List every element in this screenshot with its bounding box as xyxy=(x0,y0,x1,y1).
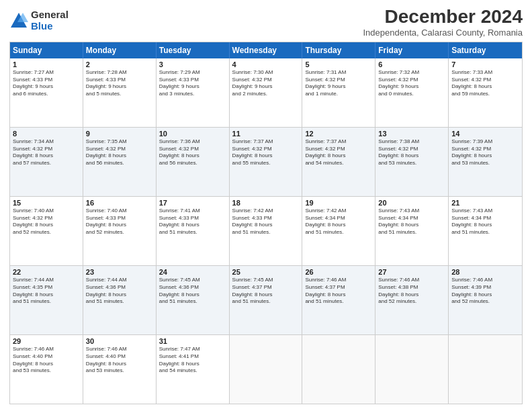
cell-text: Sunrise: 7:35 AM Sunset: 4:32 PM Dayligh… xyxy=(86,138,153,167)
cal-cell-empty xyxy=(449,335,522,404)
cal-cell: 19Sunrise: 7:42 AM Sunset: 4:34 PM Dayli… xyxy=(302,197,375,265)
day-number: 30 xyxy=(86,337,153,345)
cal-cell: 13Sunrise: 7:38 AM Sunset: 4:32 PM Dayli… xyxy=(375,128,449,196)
day-number: 5 xyxy=(305,60,372,68)
day-number: 19 xyxy=(305,199,372,207)
cell-text: Sunrise: 7:28 AM Sunset: 4:33 PM Dayligh… xyxy=(86,69,153,98)
cell-text: Sunrise: 7:46 AM Sunset: 4:37 PM Dayligh… xyxy=(305,277,372,306)
day-number: 3 xyxy=(159,60,226,68)
cell-text: Sunrise: 7:40 AM Sunset: 4:32 PM Dayligh… xyxy=(13,208,80,236)
cell-text: Sunrise: 7:30 AM Sunset: 4:32 PM Dayligh… xyxy=(232,69,300,98)
day-number: 4 xyxy=(232,60,300,68)
day-number: 6 xyxy=(378,60,445,68)
cell-text: Sunrise: 7:40 AM Sunset: 4:33 PM Dayligh… xyxy=(86,208,153,236)
cell-text: Sunrise: 7:43 AM Sunset: 4:34 PM Dayligh… xyxy=(378,208,445,236)
cal-header-cell: Wednesday xyxy=(230,42,303,58)
day-number: 17 xyxy=(159,199,226,207)
cell-text: Sunrise: 7:42 AM Sunset: 4:34 PM Dayligh… xyxy=(305,208,372,236)
cell-text: Sunrise: 7:38 AM Sunset: 4:32 PM Dayligh… xyxy=(378,138,445,167)
cal-cell: 4Sunrise: 7:30 AM Sunset: 4:32 PM Daylig… xyxy=(230,58,303,127)
cal-cell-empty xyxy=(302,335,375,404)
logo: General Blue xyxy=(9,9,69,32)
day-number: 13 xyxy=(378,130,445,138)
title-block: December 2024 Independenta, Calarasi Cou… xyxy=(363,7,523,38)
subtitle: Independenta, Calarasi County, Romania xyxy=(363,28,523,38)
cal-header-cell: Monday xyxy=(83,42,157,58)
cal-cell: 21Sunrise: 7:43 AM Sunset: 4:34 PM Dayli… xyxy=(449,197,522,265)
day-number: 26 xyxy=(305,268,372,276)
cal-cell: 22Sunrise: 7:44 AM Sunset: 4:35 PM Dayli… xyxy=(10,266,83,334)
cell-text: Sunrise: 7:46 AM Sunset: 4:39 PM Dayligh… xyxy=(451,277,519,306)
cell-text: Sunrise: 7:33 AM Sunset: 4:32 PM Dayligh… xyxy=(451,69,519,98)
cal-cell: 12Sunrise: 7:37 AM Sunset: 4:32 PM Dayli… xyxy=(302,128,375,196)
cal-cell: 24Sunrise: 7:45 AM Sunset: 4:36 PM Dayli… xyxy=(157,266,230,334)
day-number: 28 xyxy=(451,268,519,276)
day-number: 12 xyxy=(305,130,372,138)
calendar-row: 1Sunrise: 7:27 AM Sunset: 4:33 PM Daylig… xyxy=(10,58,522,127)
cell-text: Sunrise: 7:42 AM Sunset: 4:33 PM Dayligh… xyxy=(232,208,300,236)
cal-cell: 29Sunrise: 7:46 AM Sunset: 4:40 PM Dayli… xyxy=(10,335,83,404)
logo-blue: Blue xyxy=(31,21,69,32)
day-number: 10 xyxy=(159,130,226,138)
cell-text: Sunrise: 7:32 AM Sunset: 4:32 PM Dayligh… xyxy=(378,69,445,98)
day-number: 23 xyxy=(86,268,153,276)
cell-text: Sunrise: 7:36 AM Sunset: 4:32 PM Dayligh… xyxy=(159,138,226,167)
cal-header-cell: Saturday xyxy=(449,42,522,58)
cal-cell: 30Sunrise: 7:46 AM Sunset: 4:40 PM Dayli… xyxy=(83,335,157,404)
cell-text: Sunrise: 7:39 AM Sunset: 4:32 PM Dayligh… xyxy=(451,138,519,167)
cell-text: Sunrise: 7:27 AM Sunset: 4:33 PM Dayligh… xyxy=(13,69,80,98)
cell-text: Sunrise: 7:44 AM Sunset: 4:35 PM Dayligh… xyxy=(13,277,80,306)
header: General Blue December 2024 Independenta,… xyxy=(9,7,523,38)
calendar-row: 22Sunrise: 7:44 AM Sunset: 4:35 PM Dayli… xyxy=(10,265,522,334)
cal-cell-empty xyxy=(375,335,449,404)
cell-text: Sunrise: 7:46 AM Sunset: 4:40 PM Dayligh… xyxy=(86,346,153,375)
day-number: 8 xyxy=(13,130,80,138)
day-number: 29 xyxy=(13,337,80,345)
day-number: 7 xyxy=(451,60,519,68)
cal-cell: 10Sunrise: 7:36 AM Sunset: 4:32 PM Dayli… xyxy=(157,128,230,196)
day-number: 22 xyxy=(13,268,80,276)
page: General Blue December 2024 Independenta,… xyxy=(0,0,532,411)
cal-header-cell: Tuesday xyxy=(157,42,230,58)
cell-text: Sunrise: 7:45 AM Sunset: 4:37 PM Dayligh… xyxy=(232,277,300,306)
cal-cell-empty xyxy=(230,335,303,404)
day-number: 21 xyxy=(451,199,519,207)
day-number: 24 xyxy=(159,268,226,276)
cal-cell: 6Sunrise: 7:32 AM Sunset: 4:32 PM Daylig… xyxy=(375,58,449,127)
day-number: 16 xyxy=(86,199,153,207)
cal-cell: 28Sunrise: 7:46 AM Sunset: 4:39 PM Dayli… xyxy=(449,266,522,334)
cal-cell: 11Sunrise: 7:37 AM Sunset: 4:32 PM Dayli… xyxy=(230,128,303,196)
cell-text: Sunrise: 7:37 AM Sunset: 4:32 PM Dayligh… xyxy=(232,138,300,167)
calendar-row: 8Sunrise: 7:34 AM Sunset: 4:32 PM Daylig… xyxy=(10,127,522,196)
cal-cell: 23Sunrise: 7:44 AM Sunset: 4:36 PM Dayli… xyxy=(83,266,157,334)
cal-cell: 15Sunrise: 7:40 AM Sunset: 4:32 PM Dayli… xyxy=(10,197,83,265)
day-number: 25 xyxy=(232,268,300,276)
cal-cell: 25Sunrise: 7:45 AM Sunset: 4:37 PM Dayli… xyxy=(230,266,303,334)
calendar: SundayMondayTuesdayWednesdayThursdayFrid… xyxy=(9,42,523,404)
logo-icon xyxy=(9,11,28,30)
cal-cell: 17Sunrise: 7:41 AM Sunset: 4:33 PM Dayli… xyxy=(157,197,230,265)
calendar-row: 15Sunrise: 7:40 AM Sunset: 4:32 PM Dayli… xyxy=(10,196,522,265)
cell-text: Sunrise: 7:47 AM Sunset: 4:41 PM Dayligh… xyxy=(159,346,226,375)
day-number: 2 xyxy=(86,60,153,68)
cal-cell: 16Sunrise: 7:40 AM Sunset: 4:33 PM Dayli… xyxy=(83,197,157,265)
cal-cell: 1Sunrise: 7:27 AM Sunset: 4:33 PM Daylig… xyxy=(10,58,83,127)
logo-general: General xyxy=(31,9,69,21)
cell-text: Sunrise: 7:37 AM Sunset: 4:32 PM Dayligh… xyxy=(305,138,372,167)
day-number: 31 xyxy=(159,337,226,345)
day-number: 9 xyxy=(86,130,153,138)
cal-cell: 9Sunrise: 7:35 AM Sunset: 4:32 PM Daylig… xyxy=(83,128,157,196)
day-number: 27 xyxy=(378,268,445,276)
logo-text: General Blue xyxy=(31,9,69,32)
cal-header-cell: Friday xyxy=(375,42,449,58)
day-number: 14 xyxy=(451,130,519,138)
cal-cell: 14Sunrise: 7:39 AM Sunset: 4:32 PM Dayli… xyxy=(449,128,522,196)
cal-header-cell: Sunday xyxy=(10,42,83,58)
cal-cell: 20Sunrise: 7:43 AM Sunset: 4:34 PM Dayli… xyxy=(375,197,449,265)
cal-cell: 2Sunrise: 7:28 AM Sunset: 4:33 PM Daylig… xyxy=(83,58,157,127)
cal-cell: 27Sunrise: 7:46 AM Sunset: 4:38 PM Dayli… xyxy=(375,266,449,334)
cell-text: Sunrise: 7:46 AM Sunset: 4:38 PM Dayligh… xyxy=(378,277,445,306)
day-number: 15 xyxy=(13,199,80,207)
cal-cell: 31Sunrise: 7:47 AM Sunset: 4:41 PM Dayli… xyxy=(157,335,230,404)
cal-header-cell: Thursday xyxy=(302,42,375,58)
